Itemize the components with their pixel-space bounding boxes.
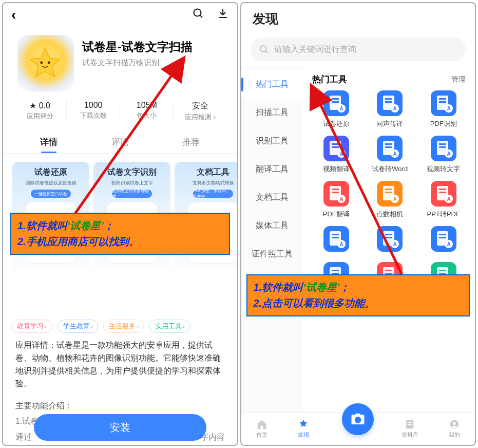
svg-rect-43	[385, 189, 392, 190]
sidebar-item[interactable]: 文档工具	[241, 183, 303, 212]
svg-rect-24	[332, 146, 339, 148]
install-button[interactable]: 安装	[34, 414, 206, 441]
topbar: ‹	[3, 3, 237, 27]
sidebar-item[interactable]: 识别工具	[241, 127, 303, 155]
stat-item[interactable]: 安全应用检测 ›	[174, 101, 226, 122]
svg-rect-23	[332, 143, 339, 145]
svg-text:A: A	[339, 241, 343, 247]
svg-rect-48	[439, 189, 446, 190]
app-info: 试卷星-试卷文字扫描 试卷文字扫描万物识别	[3, 27, 237, 96]
svg-rect-38	[332, 189, 339, 190]
app-description: 应用详情：试卷星是一款功能强大的安卓应用，提供试卷、动物、植物和花卉的图像识别功…	[3, 338, 237, 391]
tool-item[interactable]: APPT转PDF	[418, 181, 469, 219]
tool-item[interactable]: A试卷还原	[311, 90, 362, 128]
nav-item[interactable]: 我的	[449, 419, 460, 439]
nav-item[interactable]: 发现	[298, 419, 309, 439]
svg-text:A: A	[339, 196, 343, 202]
stat-item[interactable]: ★ 0.0应用评分	[13, 101, 67, 122]
left-phone: ‹ 试卷星-试卷文字扫描 试卷文字扫描万物识别 ★ 0.0应用评分1000下载次…	[2, 2, 238, 446]
svg-text:A: A	[339, 151, 343, 157]
svg-text:A: A	[393, 241, 397, 247]
manage-button[interactable]: 管理	[451, 75, 466, 84]
app-subtitle: 试卷文字扫描万物识别	[82, 58, 193, 68]
svg-point-5	[260, 46, 266, 52]
back-icon[interactable]: ‹	[11, 7, 16, 23]
tool-item[interactable]: A	[311, 226, 362, 255]
tool-item[interactable]: APDF翻译	[311, 181, 362, 219]
nav-item[interactable]: 首页	[256, 419, 267, 439]
category-tag[interactable]: 教育学习›	[11, 320, 52, 333]
svg-rect-68	[332, 270, 339, 271]
tool-item[interactable]: A	[365, 226, 415, 255]
svg-rect-34	[439, 146, 446, 148]
svg-rect-33	[439, 143, 446, 145]
annotation-overlay: 1.软件就叫‘试卷星’； 2.手机应用商店可以找到。	[10, 213, 230, 255]
svg-rect-49	[439, 192, 446, 193]
svg-point-2	[40, 61, 43, 64]
tool-item[interactable]: A	[418, 226, 469, 255]
svg-rect-29	[385, 146, 392, 148]
stat-item[interactable]: 1000下载次数	[67, 101, 120, 122]
right-phone: 发现 请输入关键词进行查询 热门工具扫描工具识别工具翻译工具文档工具媒体工具证件…	[240, 2, 476, 446]
tool-item[interactable]: A试卷转Word	[365, 136, 415, 174]
svg-rect-18	[439, 98, 446, 100]
svg-rect-54	[332, 237, 339, 238]
tab-评论[interactable]: 评论	[85, 131, 156, 153]
camera-button[interactable]	[342, 403, 374, 435]
search-icon	[259, 44, 269, 54]
nav-item[interactable]: 资料库	[401, 419, 418, 439]
annotation-overlay: 1.软件就叫‘试卷星’； 2.点击可以看到很多功能。	[246, 274, 470, 316]
tab-推荐[interactable]: 推荐	[156, 131, 227, 153]
tool-item[interactable]: A同声传译	[365, 90, 415, 128]
section-title: 热门工具	[312, 73, 347, 85]
svg-rect-14	[385, 101, 392, 103]
svg-text:A: A	[339, 106, 343, 111]
svg-rect-8	[332, 98, 339, 100]
svg-text:A: A	[393, 106, 397, 111]
svg-rect-44	[385, 192, 392, 193]
tool-grid: A试卷还原A同声传译APDF识别A视频翻译A试卷转WordA视频转文字APDF翻…	[311, 90, 469, 300]
page-title: 发现	[241, 3, 475, 30]
tool-item[interactable]: A视频转文字	[418, 136, 469, 174]
svg-rect-58	[385, 234, 392, 235]
svg-rect-73	[385, 270, 392, 271]
stat-item[interactable]: 105M包大小	[120, 101, 174, 122]
svg-point-88	[453, 422, 456, 425]
svg-rect-86	[408, 424, 412, 425]
sidebar-item[interactable]: 证件照工具	[241, 240, 303, 268]
tool-item[interactable]: A点数相机	[365, 181, 415, 219]
svg-rect-78	[439, 270, 446, 271]
tab-详情[interactable]: 详情	[13, 131, 85, 153]
sidebar-item[interactable]: 热门工具	[241, 70, 303, 99]
svg-point-0	[194, 9, 201, 16]
svg-rect-39	[332, 192, 339, 193]
download-icon[interactable]	[217, 7, 229, 23]
svg-line-1	[200, 15, 202, 18]
category-tag[interactable]: 实用工具›	[149, 320, 190, 333]
detail-tabs: 详情评论推荐	[3, 131, 237, 154]
tool-item[interactable]: APDF识别	[418, 90, 469, 128]
search-icon[interactable]	[192, 7, 204, 23]
svg-rect-64	[439, 237, 446, 238]
sidebar-item[interactable]: 扫描工具	[241, 99, 303, 127]
stats-row: ★ 0.0应用评分1000下载次数105M包大小安全应用检测 ›	[3, 96, 237, 122]
svg-text:A: A	[447, 196, 450, 202]
svg-rect-13	[385, 98, 392, 100]
category-tag[interactable]: 生活服务›	[103, 320, 144, 333]
search-input[interactable]: 请输入关键词进行查询	[251, 38, 466, 61]
svg-rect-53	[332, 234, 339, 235]
svg-point-83	[356, 418, 360, 422]
category-tag[interactable]: 学生教育›	[58, 320, 99, 333]
sidebar-item[interactable]: 翻译工具	[241, 155, 303, 183]
app-icon	[17, 35, 74, 91]
category-tags: 教育学习›学生教育›生活服务›实用工具›	[3, 318, 237, 338]
tool-item[interactable]: A视频翻译	[311, 136, 362, 174]
svg-point-3	[48, 61, 50, 64]
svg-rect-63	[439, 234, 446, 235]
svg-rect-28	[385, 143, 392, 145]
svg-text:A: A	[393, 151, 397, 157]
svg-rect-59	[385, 237, 392, 238]
bottom-nav: 首页发现资料库我的	[241, 412, 475, 445]
svg-text:A: A	[447, 106, 450, 111]
sidebar-item[interactable]: 媒体工具	[241, 212, 303, 240]
